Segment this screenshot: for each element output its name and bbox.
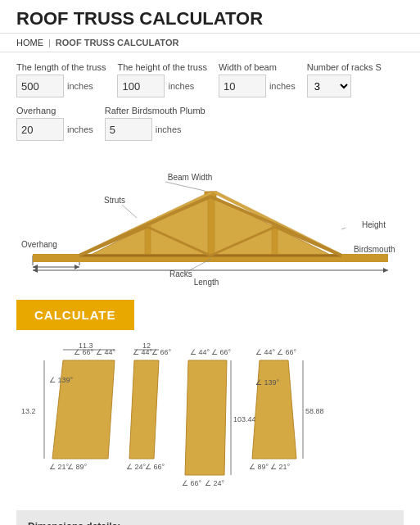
field-overhang-label: Overhang <box>16 106 93 115</box>
svg-marker-29 <box>383 268 388 273</box>
svg-text:∠ 66°: ∠ 66° <box>277 348 297 356</box>
header-section: ROOF TRUSS CALCULATOR <box>0 0 420 34</box>
svg-marker-59 <box>252 360 296 459</box>
dimensions-title: Dimensions details: <box>28 518 392 525</box>
field-overhang-input[interactable] <box>16 118 64 141</box>
label-birdsmouth: Birdsmouth <box>354 245 395 254</box>
svg-text:∠ 24°: ∠ 24° <box>126 463 147 471</box>
pieces-diagram: ∠ 66° ∠ 44° ∠ 21° ∠ 89° 13.2 11.3 ∠ 44° … <box>18 340 403 504</box>
form-section: The length of the truss inches The heigh… <box>0 52 420 156</box>
field-racks-label: Number of racks S <box>307 62 382 72</box>
field-birdsmouth: Rafter Birdsmouth Plumb inches <box>105 106 205 141</box>
field-beam-width-label: Width of beam <box>219 62 296 72</box>
svg-rect-5 <box>33 254 82 262</box>
truss-diagram: Beam Width Struts Height Birdsmouth Over… <box>18 156 403 287</box>
field-overhang: Overhang inches <box>16 106 93 141</box>
svg-text:13.2: 13.2 <box>21 407 36 415</box>
field-racks: Number of racks S 3 2 4 5 <box>307 62 382 97</box>
svg-text:∠ 44°: ∠ 44° <box>96 348 116 356</box>
field-height-unit: inches <box>168 81 194 91</box>
svg-text:∠ 89°: ∠ 89° <box>249 463 269 471</box>
field-overhang-unit: inches <box>67 124 93 134</box>
field-birdsmouth-label: Rafter Birdsmouth Plumb <box>105 106 205 115</box>
dimensions-section: Dimensions details: Base rafter: 500 inc… <box>16 510 404 525</box>
svg-line-25 <box>341 228 345 229</box>
svg-text:∠ 89°: ∠ 89° <box>67 463 88 471</box>
svg-text:58.88: 58.88 <box>305 407 324 415</box>
calc-btn-section: CALCULATE <box>0 293 420 337</box>
field-length: The length of the truss inches <box>16 62 106 97</box>
svg-rect-6 <box>339 254 388 262</box>
breadcrumb-separator: | <box>48 38 51 48</box>
field-length-input[interactable] <box>16 75 64 97</box>
svg-marker-32 <box>75 265 79 269</box>
truss-diagram-section: Beam Width Struts Height Birdsmouth Over… <box>0 156 420 287</box>
svg-text:103.44: 103.44 <box>233 415 256 423</box>
svg-marker-31 <box>33 265 38 269</box>
svg-text:∠ 24°: ∠ 24° <box>205 479 225 487</box>
svg-text:∠ 139°: ∠ 139° <box>255 378 280 387</box>
svg-text:∠ 139°: ∠ 139° <box>49 376 74 384</box>
field-length-label: The length of the truss <box>16 62 106 72</box>
svg-text:∠ 66°: ∠ 66° <box>151 348 172 356</box>
svg-text:∠ 66°: ∠ 66° <box>182 479 202 487</box>
field-beam-width-unit: inches <box>269 81 296 91</box>
label-struts: Struts <box>104 196 125 205</box>
calculate-button[interactable]: CALCULATE <box>16 300 134 330</box>
breadcrumb: HOME | ROOF TRUSS CALCULATOR <box>0 34 420 52</box>
svg-marker-35 <box>52 360 115 459</box>
field-birdsmouth-input[interactable] <box>105 118 152 141</box>
field-birdsmouth-unit: inches <box>156 124 182 134</box>
field-racks-select[interactable]: 3 2 4 5 <box>307 75 351 97</box>
svg-text:11.3: 11.3 <box>79 342 93 350</box>
svg-line-23 <box>165 182 205 191</box>
svg-marker-44 <box>129 360 159 459</box>
svg-marker-51 <box>185 360 227 475</box>
label-overhang: Overhang <box>21 240 57 249</box>
field-length-unit: inches <box>67 81 93 91</box>
field-beam-width: Width of beam inches <box>219 62 296 97</box>
label-length: Length <box>193 278 219 287</box>
field-beam-width-input[interactable] <box>219 75 266 97</box>
label-beam-width: Beam Width <box>167 173 211 182</box>
svg-text:∠ 66°: ∠ 66° <box>145 463 165 471</box>
page-title: ROOF TRUSS CALCULATOR <box>16 8 404 29</box>
svg-line-24 <box>122 205 137 218</box>
breadcrumb-home[interactable]: HOME <box>16 38 43 48</box>
svg-text:∠ 44°: ∠ 44° <box>255 348 276 356</box>
field-height: The height of the truss inches <box>117 62 206 97</box>
form-row-1: The length of the truss inches The heigh… <box>16 62 404 97</box>
svg-rect-10 <box>208 197 215 256</box>
field-height-label: The height of the truss <box>117 62 206 72</box>
svg-text:∠ 21°: ∠ 21° <box>270 463 291 471</box>
breadcrumb-current: ROOF TRUSS CALCULATOR <box>56 38 179 48</box>
svg-text:∠ 66°: ∠ 66° <box>211 348 232 356</box>
svg-text:∠ 21°: ∠ 21° <box>49 463 70 471</box>
pieces-diagram-section: ∠ 66° ∠ 44° ∠ 21° ∠ 89° 13.2 11.3 ∠ 44° … <box>0 337 420 510</box>
field-height-input[interactable] <box>117 75 165 97</box>
form-row-2: Overhang inches Rafter Birdsmouth Plumb … <box>16 106 404 141</box>
label-height: Height <box>362 220 386 229</box>
svg-text:12: 12 <box>142 342 151 350</box>
svg-text:∠ 44°: ∠ 44° <box>190 348 210 356</box>
